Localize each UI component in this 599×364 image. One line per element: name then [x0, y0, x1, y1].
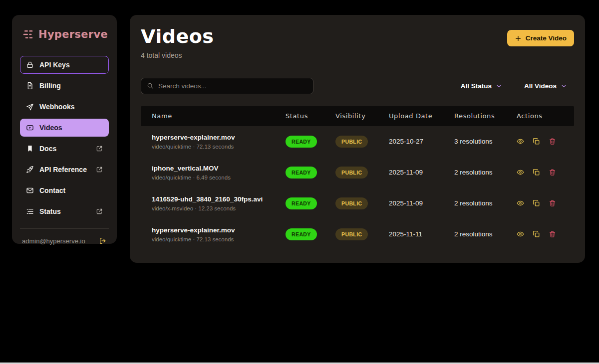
column-header-status: Status: [286, 112, 335, 120]
filters: All Status All Videos: [461, 82, 574, 90]
videos-table: NameStatusVisibilityUpload DateResolutio…: [141, 106, 574, 250]
search-input[interactable]: [158, 82, 307, 90]
upload-date: 2025-11-11: [389, 230, 454, 238]
file-icon: [26, 82, 34, 90]
column-header-name: Name: [152, 112, 286, 120]
trash-icon: [549, 169, 556, 176]
copy-button[interactable]: [533, 199, 540, 207]
status-badge: READY: [286, 136, 317, 148]
video-name: hyperserve-explainer.mov: [152, 226, 286, 234]
sidebar-item-videos[interactable]: Videos: [20, 119, 109, 137]
brand-logo: Hyperserve: [20, 28, 109, 41]
eye-icon: [517, 199, 524, 207]
copy-button[interactable]: [533, 230, 540, 238]
search-icon: [147, 82, 154, 89]
sidebar: Hyperserve API Keys Billing Webhooks Vid…: [12, 15, 117, 244]
row-actions: [517, 230, 574, 238]
delete-button[interactable]: [549, 230, 556, 238]
mail-icon: [26, 186, 34, 194]
table-row: 1416529-uhd_3840_2160_30fps.avi video/x-…: [141, 188, 574, 219]
video-meta: video/quicktime · 6.49 seconds: [152, 175, 286, 181]
chevron-down-icon: [496, 83, 502, 89]
external-link-icon: [96, 166, 103, 173]
create-video-button[interactable]: Create Video: [507, 30, 574, 46]
sidebar-item-contact[interactable]: Contact: [20, 182, 109, 199]
trash-icon: [549, 138, 556, 145]
log-out-icon: [99, 237, 107, 245]
copy-icon: [533, 138, 540, 145]
visibility-badge: PUBLIC: [335, 167, 368, 179]
sidebar-item-docs[interactable]: Docs: [20, 140, 109, 158]
plus-icon: [515, 35, 522, 42]
resolutions: 2 resolutions: [454, 169, 517, 176]
table-row: hyperserve-explainer.mov video/quicktime…: [141, 126, 574, 157]
total-count: 4 total videos: [141, 51, 214, 59]
admin-email: admin@hyperserve.io: [22, 237, 85, 245]
video-name: 1416529-uhd_3840_2160_30fps.avi: [152, 195, 286, 203]
upload-date: 2025-10-27: [389, 138, 454, 145]
column-header-actions: Actions: [517, 112, 574, 120]
copy-button[interactable]: [533, 138, 540, 145]
column-header-visibility: Visibility: [335, 112, 389, 120]
visibility-badge: PUBLIC: [335, 228, 368, 240]
filter-all-status[interactable]: All Status: [461, 82, 502, 90]
upload-date: 2025-11-09: [389, 199, 454, 207]
table-body: hyperserve-explainer.mov video/quicktime…: [141, 126, 574, 250]
brand-name: Hyperserve: [38, 28, 108, 40]
sidebar-footer: admin@hyperserve.io: [20, 220, 109, 245]
external-link-icon: [96, 145, 103, 152]
video-icon: [26, 124, 34, 132]
rocket-icon: [26, 166, 34, 174]
view-button[interactable]: [517, 138, 524, 145]
delete-button[interactable]: [549, 199, 556, 207]
copy-icon: [533, 169, 540, 176]
resolutions: 2 resolutions: [454, 199, 517, 207]
status-badge: READY: [286, 228, 317, 240]
video-meta: video/quicktime · 72.13 seconds: [152, 236, 286, 242]
speed-lines-icon: [22, 28, 35, 41]
activity-icon: [26, 207, 34, 215]
table-header: NameStatusVisibilityUpload DateResolutio…: [141, 106, 574, 126]
row-actions: [517, 138, 574, 145]
view-button[interactable]: [517, 230, 524, 238]
logout-button[interactable]: [99, 237, 107, 245]
column-header-resolutions: Resolutions: [454, 112, 517, 120]
status-badge: READY: [286, 167, 317, 179]
delete-button[interactable]: [549, 138, 556, 145]
page-title: Videos: [141, 26, 214, 48]
video-name: hyperserve-explainer.mov: [152, 134, 286, 141]
video-name: iphone_vertical.MOV: [152, 165, 286, 172]
row-actions: [517, 169, 574, 176]
video-meta: video/quicktime · 72.13 seconds: [152, 144, 286, 150]
resolutions: 2 resolutions: [454, 230, 517, 238]
eye-icon: [517, 230, 524, 238]
chevron-down-icon: [561, 83, 567, 89]
visibility-badge: PUBLIC: [335, 197, 368, 209]
sidebar-item-webhooks[interactable]: Webhooks: [20, 98, 109, 116]
copy-icon: [533, 230, 540, 238]
lock-icon: [26, 61, 34, 69]
table-row: hyperserve-explainer.mov video/quicktime…: [141, 219, 574, 250]
upload-date: 2025-11-09: [389, 169, 454, 176]
filter-all-videos[interactable]: All Videos: [524, 82, 567, 90]
resolutions: 3 resolutions: [454, 138, 517, 145]
eye-icon: [517, 169, 524, 176]
sidebar-item-billing[interactable]: Billing: [20, 77, 109, 95]
view-button[interactable]: [517, 199, 524, 207]
external-link-icon: [96, 208, 103, 215]
sidebar-item-api-keys[interactable]: API Keys: [20, 56, 109, 74]
trash-icon: [549, 199, 556, 207]
sidebar-item-status[interactable]: Status: [20, 202, 109, 220]
search-box: [141, 78, 313, 94]
delete-button[interactable]: [549, 169, 556, 176]
copy-button[interactable]: [533, 169, 540, 176]
sidebar-nav: API Keys Billing Webhooks Videos Docs AP…: [20, 56, 109, 220]
visibility-badge: PUBLIC: [335, 136, 368, 148]
sidebar-item-api-reference[interactable]: API Reference: [20, 161, 109, 179]
table-row: iphone_vertical.MOV video/quicktime · 6.…: [141, 157, 574, 188]
column-header-upload-date: Upload Date: [389, 112, 454, 120]
eye-icon: [517, 138, 524, 145]
copy-icon: [533, 199, 540, 207]
view-button[interactable]: [517, 169, 524, 176]
bookmark-icon: [26, 145, 34, 153]
